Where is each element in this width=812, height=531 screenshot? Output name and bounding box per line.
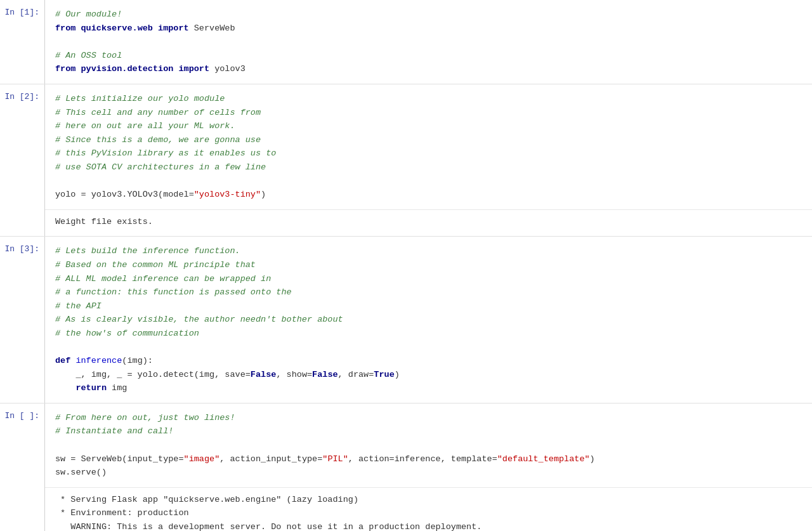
code-token: _, img, _ = yolo.detect(img, save= <box>55 370 251 379</box>
code-comment: # the API <box>55 301 102 311</box>
code-line: # use SOTA CV architectures in a few lin… <box>55 161 802 174</box>
code-token: quickserve.web <box>81 23 153 33</box>
code-line <box>55 340 802 354</box>
code-line <box>55 35 802 49</box>
cell-input-2[interactable]: # Lets initialize our yolo module# This … <box>45 84 812 209</box>
code-token: True <box>374 370 394 379</box>
code-token <box>55 383 75 393</box>
code-line: # ALL ML model inference can be wrapped … <box>55 272 802 286</box>
code-line: # the API <box>55 299 802 313</box>
code-comment: # Based on the common ML principle that <box>55 260 256 270</box>
code-line: sw.serve() <box>55 466 802 480</box>
cell-input-4[interactable]: # From here on out, just two lines!# Ins… <box>45 403 812 487</box>
code-token: (img): <box>122 356 153 365</box>
code-token: pyvision.detection <box>81 64 174 74</box>
code-token: , action=inference, template= <box>348 454 497 464</box>
code-line: # As is clearly visible, the author need… <box>55 313 802 327</box>
code-line: def inference(img): <box>55 354 802 368</box>
code-token: yolo = yolov3.YOLOv3(model= <box>55 190 194 199</box>
code-token: def <box>55 356 75 365</box>
cell-label-2: In [2]: <box>0 84 44 236</box>
cell-label-3: In [3]: <box>0 237 44 403</box>
code-token: yolov3 <box>209 64 246 74</box>
code-token: ServeWeb <box>189 23 235 33</box>
code-line: # Instantiate and call! <box>55 424 802 438</box>
cell-2: In [2]:# Lets initialize our yolo module… <box>0 84 812 237</box>
code-line: # a function: this function is passed on… <box>55 285 802 299</box>
code-token: ) <box>395 370 400 379</box>
cell-label-1: In [1]: <box>0 0 44 84</box>
code-comment: # An OSS tool <box>55 51 122 60</box>
code-token: ) <box>590 454 595 464</box>
cell-label-4: In [ ]: <box>0 403 44 531</box>
code-token: "PIL" <box>322 454 348 464</box>
cell-content-1: # Our module!from quickserve.web import … <box>44 0 812 84</box>
code-comment: # ALL ML model inference can be wrapped … <box>55 274 271 284</box>
cell-input-3[interactable]: # Lets build the inference function.# Ba… <box>45 237 812 403</box>
code-comment: # Instantiate and call! <box>55 426 173 436</box>
code-line <box>55 438 802 452</box>
code-line: # An OSS tool <box>55 49 802 63</box>
code-comment: # use SOTA CV architectures in a few lin… <box>55 162 266 172</box>
cell-4: In [ ]:# From here on out, just two line… <box>0 403 812 531</box>
code-line: # Since this is a demo, we are gonna use <box>55 133 802 147</box>
code-token: return <box>75 383 107 393</box>
code-line: return img <box>55 381 802 395</box>
code-token: import <box>153 23 189 33</box>
code-token: "default_template" <box>497 454 590 464</box>
code-token: , show= <box>276 370 312 379</box>
code-comment: # here on out are all your ML work. <box>55 121 235 131</box>
code-comment: # a function: this function is passed on… <box>55 287 292 297</box>
code-line: # the how's of communication <box>55 327 802 341</box>
code-line: # Based on the common ML principle that <box>55 258 802 272</box>
code-token: False <box>251 370 277 379</box>
code-token: "yolov3-tiny" <box>194 190 261 199</box>
code-line: yolo = yolov3.YOLOv3(model="yolov3-tiny"… <box>55 188 802 202</box>
code-line: _, img, _ = yolo.detect(img, save=False,… <box>55 368 802 382</box>
code-token: from <box>55 23 81 33</box>
code-comment: # the how's of communication <box>55 329 199 338</box>
code-token: sw.serve() <box>55 468 107 477</box>
code-token: sw = ServeWeb(input_type= <box>55 454 184 464</box>
code-comment: # Lets build the inference function. <box>55 246 240 256</box>
code-comment: # This cell and any number of cells from <box>55 108 261 117</box>
code-token: , action_input_type= <box>219 454 322 464</box>
cell-output-2: Weight file exists. <box>45 209 812 237</box>
code-line <box>55 174 802 188</box>
code-token: False <box>312 370 338 379</box>
code-comment: # this PyVision library as it enables us… <box>55 148 276 158</box>
cell-1: In [1]:# Our module!from quickserve.web … <box>0 0 812 84</box>
cell-content-3: # Lets build the inference function.# Ba… <box>44 237 812 403</box>
code-line: # Our module! <box>55 8 802 22</box>
code-comment: # Our module! <box>55 10 122 19</box>
code-token: "image" <box>184 454 220 464</box>
code-line: # here on out are all your ML work. <box>55 119 802 133</box>
code-token: , draw= <box>338 370 374 379</box>
code-line: # Lets initialize our yolo module <box>55 92 802 106</box>
code-token: import <box>173 64 209 74</box>
code-line: # this PyVision library as it enables us… <box>55 147 802 161</box>
code-token: ) <box>261 190 266 199</box>
code-line: from pyvision.detection import yolov3 <box>55 62 802 76</box>
code-comment: # From here on out, just two lines! <box>55 413 235 423</box>
code-comment: # Lets initialize our yolo module <box>55 94 225 103</box>
code-line: # This cell and any number of cells from <box>55 106 802 120</box>
code-line: from quickserve.web import ServeWeb <box>55 22 802 36</box>
code-line: # From here on out, just two lines! <box>55 411 802 425</box>
code-line: sw = ServeWeb(input_type="image", action… <box>55 452 802 466</box>
code-line: # Lets build the inference function. <box>55 244 802 258</box>
code-token: inference <box>75 356 122 365</box>
cell-content-4: # From here on out, just two lines!# Ins… <box>44 403 812 531</box>
code-token: from <box>55 64 81 74</box>
cell-output-4: * Serving Flask app "quickserve.web.engi… <box>45 487 812 531</box>
code-comment: # Since this is a demo, we are gonna use <box>55 135 261 145</box>
code-token: img <box>107 383 127 393</box>
cell-content-2: # Lets initialize our yolo module# This … <box>44 84 812 236</box>
code-comment: # As is clearly visible, the author need… <box>55 315 343 324</box>
cell-3: In [3]:# Lets build the inference functi… <box>0 237 812 403</box>
cell-input-1[interactable]: # Our module!from quickserve.web import … <box>45 0 812 84</box>
notebook: In [1]:# Our module!from quickserve.web … <box>0 0 812 531</box>
